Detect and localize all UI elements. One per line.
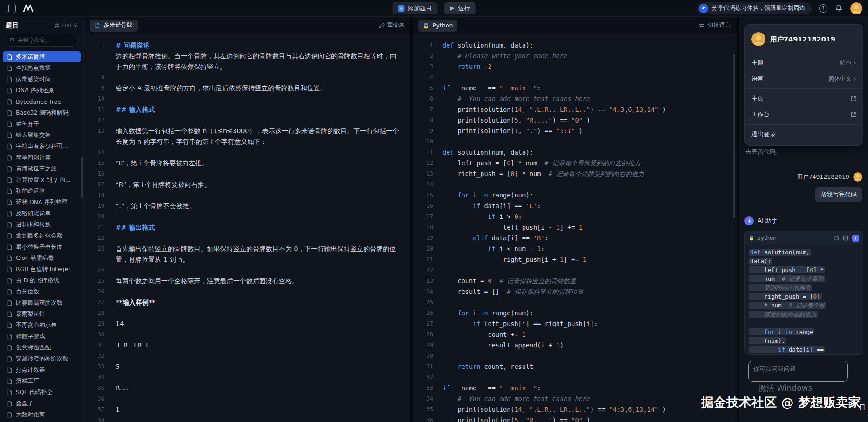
sidebar-item[interactable]: 不再贪心的小包 xyxy=(3,320,81,331)
sidebar-item[interactable]: 简单四则计算 xyxy=(3,152,81,163)
sidebar-item-label: 查找热点数据 xyxy=(16,64,51,72)
sidebar-item-label: 进制求和转换 xyxy=(16,221,51,229)
ai-sparkle-icon xyxy=(744,216,754,225)
sidebar-item-label: 创意标题匹配 xyxy=(16,344,51,352)
file-icon xyxy=(7,54,13,60)
menu-item-workbench[interactable]: 工作台 xyxy=(745,107,863,123)
sidebar-item[interactable]: 暴雨梨花针 xyxy=(3,308,81,320)
sidebar-item[interactable]: 和的逆运算 xyxy=(3,185,81,197)
pencil-icon xyxy=(379,23,385,28)
code-line: 19 elif data[i] == 'R': xyxy=(413,233,737,244)
sidebar-item[interactable]: Base32 编码和解码 xyxy=(3,107,81,118)
language-pill[interactable]: Python xyxy=(418,20,457,32)
menu-item-home[interactable]: 主页 xyxy=(745,91,863,107)
add-problem-label: 添加题目 xyxy=(408,4,432,13)
copy-icon[interactable] xyxy=(834,235,839,241)
doc-line: 长度为 n 的字符串，字符串的第 i 个字符意义如下： xyxy=(84,136,410,147)
sidebar-item[interactable]: 及格如此简单 xyxy=(3,208,81,219)
code-scrollbar[interactable] xyxy=(733,54,735,218)
sidebar-item[interactable]: 百分位数 xyxy=(3,286,81,297)
search-input[interactable] xyxy=(18,37,74,43)
sidebar-item[interactable]: 蛋糕工厂 xyxy=(3,375,81,387)
insert-code-icon[interactable] xyxy=(843,235,848,241)
file-icon xyxy=(7,188,13,194)
sidebar-item[interactable]: 查找热点数据 xyxy=(3,62,81,74)
sidebar-item[interactable]: 字符串有多少种可... xyxy=(3,141,81,152)
help-button[interactable]: ? xyxy=(819,4,827,13)
sidebar-item[interactable]: 青海湖租车之旅 xyxy=(3,163,81,174)
ai-chat-input[interactable] xyxy=(748,361,848,382)
sidebar-item[interactable]: 环状 DNA 序列整理 xyxy=(3,197,81,208)
menu-username: 用户74912182019 xyxy=(770,35,835,44)
code-line: 28 count += 1 xyxy=(413,329,737,340)
doc-line: 13输入数据第一行包括一个整数 n（1≤n≤3000），表示这一行多米诺骨牌的数… xyxy=(84,126,410,136)
doc-line: 371 xyxy=(84,404,410,415)
ai-code-line: (num): xyxy=(749,336,859,345)
bell-icon xyxy=(835,4,843,12)
file-icon xyxy=(7,143,13,150)
share-banner-button[interactable]: 分享代码练习体验，领限量定制周边 xyxy=(697,2,812,14)
code-line: 18 left_push[i - 1] += 1 xyxy=(413,222,737,233)
external-link-icon xyxy=(851,96,856,102)
sidebar-item-label: 环状 DNA 序列整理 xyxy=(16,198,67,206)
sidebar-item-label: 不再贪心的小包 xyxy=(16,321,57,329)
notifications-button[interactable] xyxy=(835,4,843,12)
menu-item-logout[interactable]: 退出登录 xyxy=(745,127,863,143)
chat-user-line: 用户74912182019 xyxy=(797,172,862,182)
sidebar-item[interactable]: 拿到最多红包金额 xyxy=(3,230,81,241)
document-icon xyxy=(94,22,100,28)
ai-code-line: right_push = [0] xyxy=(749,292,859,301)
python-icon xyxy=(749,235,754,241)
sidebar-item[interactable]: 猜数字游戏 xyxy=(3,331,81,342)
sidebar-item-label: 猫鱼分干 xyxy=(16,120,39,128)
sidebar-item[interactable]: 最小替换子串长度 xyxy=(3,241,81,252)
sidebar-item[interactable]: Cion 勒索病毒 xyxy=(3,252,81,264)
menu-item-theme[interactable]: 主题 暗色› xyxy=(745,55,863,71)
problem-editor[interactable]: 1# 问题描述边的相邻骨牌推倒。当一个骨牌，其左边倒向它的骨牌数目与其右边倒向它… xyxy=(84,34,410,422)
sidebar-item[interactable]: 大数对距离 xyxy=(3,409,81,420)
sidebar-item[interactable]: 百 D 的飞行路线 xyxy=(3,275,81,286)
code-line: 8 print(solution(5, "R....") == "0" ) xyxy=(413,115,737,126)
toggle-sidebar-icon[interactable] xyxy=(6,4,16,13)
sidebar-item[interactable]: 叠盘子 xyxy=(3,398,81,409)
sidebar-item[interactable]: 多米诺骨牌 xyxy=(3,51,81,62)
sidebar-item[interactable]: DNA 序列还原 xyxy=(3,85,81,96)
file-icon xyxy=(7,255,13,261)
sidebar-item[interactable]: 进制求和转换 xyxy=(3,219,81,230)
sidebar-item[interactable]: Bytedance Tree xyxy=(3,96,81,107)
sidebar-item[interactable]: 创意标题匹配 xyxy=(3,342,81,353)
sidebar-item[interactable]: SQL 代码补全 xyxy=(3,387,81,398)
run-button[interactable]: 运行 xyxy=(444,2,476,14)
code-editor[interactable]: 1def solution(num, data):2 # Please writ… xyxy=(413,34,737,422)
play-icon xyxy=(450,6,455,11)
switch-language-button[interactable]: 切换语言 xyxy=(699,21,731,29)
ai-code-card: python def solution(num,data): left_push… xyxy=(744,231,863,355)
sidebar-item[interactable]: RGB 色值转 Integer xyxy=(3,264,81,275)
sidebar-item[interactable]: 猫鱼分干 xyxy=(3,118,81,129)
sidebar-scrollbar[interactable] xyxy=(81,157,83,198)
doc-line: 335 xyxy=(84,361,410,372)
problem-count: 共 100 个 xyxy=(55,22,78,29)
doc-line: 9给定小 A 最初推骨牌的方向，求出最后依然保持竖立的骨牌数目和位置。 xyxy=(84,83,410,94)
ai-code-line: num # 记录每个骨牌 xyxy=(749,274,859,283)
menu-item-language[interactable]: 语言 简体中文› xyxy=(745,71,863,87)
problem-title-pill[interactable]: 多米诺骨牌 xyxy=(90,20,138,32)
sidebar-item[interactable]: 链表聚集交换 xyxy=(3,129,81,141)
sidebar-item[interactable]: 病毒感染时间 xyxy=(3,74,81,85)
code-line: 21 right_push[i + 1] += 1 xyxy=(413,254,737,265)
sidebar-item[interactable]: 打点计数器 xyxy=(3,364,81,375)
rename-button[interactable]: 重命名 xyxy=(379,21,405,29)
code-line: 14 xyxy=(413,179,737,190)
doc-line: 16 xyxy=(84,169,410,179)
file-icon xyxy=(7,199,13,205)
user-avatar[interactable] xyxy=(850,2,862,14)
file-icon xyxy=(7,88,13,94)
sidebar-item[interactable]: 穿越沙漠的补给次数 xyxy=(3,353,81,364)
code-line: 24 result = [] # 保存保持竖立的骨牌位置 xyxy=(413,286,737,297)
sidebar-item[interactable]: 比赛最高获胜次数 xyxy=(3,297,81,308)
file-icon xyxy=(7,356,13,362)
sidebar-item[interactable]: 计算位置 x 到 y 的... xyxy=(3,174,81,185)
magic-icon[interactable] xyxy=(852,235,859,242)
sidebar-item-label: 猜数字游戏 xyxy=(16,333,45,340)
add-problem-button[interactable]: + 添加题目 xyxy=(393,2,438,14)
